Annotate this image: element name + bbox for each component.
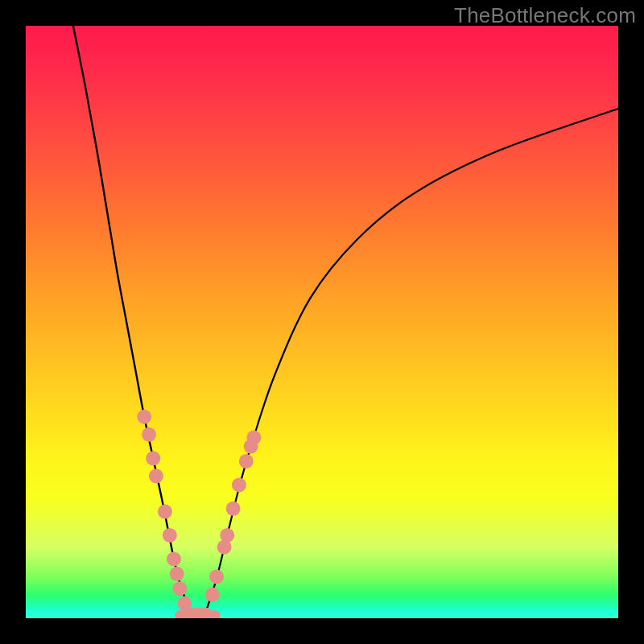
data-dot xyxy=(232,477,246,492)
chart-svg xyxy=(26,26,618,618)
data-dot xyxy=(170,567,184,581)
data-dot xyxy=(226,502,241,516)
data-dot xyxy=(172,581,187,596)
data-dot xyxy=(239,454,254,469)
data-dot xyxy=(246,431,261,445)
data-dot xyxy=(146,451,160,465)
data-dot xyxy=(209,569,224,584)
data-dot xyxy=(158,505,172,519)
data-dot xyxy=(163,528,177,543)
data-dot xyxy=(142,427,156,442)
data-dot xyxy=(149,469,163,483)
watermark-text: TheBottleneck.com xyxy=(454,3,636,28)
outer-frame: TheBottleneck.com xyxy=(0,0,644,644)
curve-right-branch xyxy=(204,109,618,618)
plot-area xyxy=(26,26,618,618)
data-dot xyxy=(137,410,151,424)
data-dot xyxy=(220,528,234,543)
data-dot xyxy=(167,551,181,566)
data-dot xyxy=(205,588,220,602)
curve-group xyxy=(73,26,618,618)
dot-group xyxy=(137,410,261,618)
